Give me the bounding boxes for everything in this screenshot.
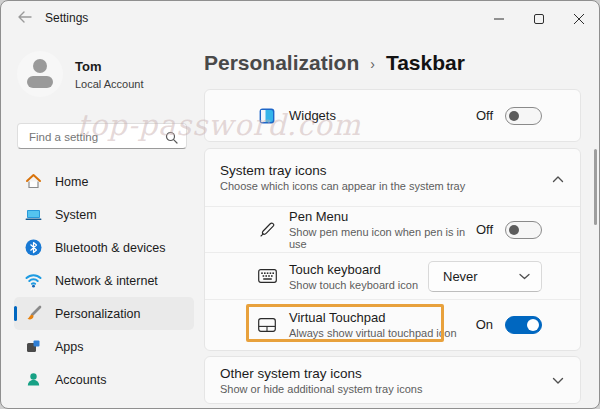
chevron-down-icon[interactable] [552, 371, 564, 389]
widgets-card: Widgets Off [204, 89, 581, 142]
sidebar-nav: Home System Bluetooth & devices [14, 165, 194, 396]
user-name: Tom [75, 59, 101, 74]
virtual-touchpad-toggle[interactable] [505, 316, 542, 334]
other-tray-card: Other system tray icons Show or hide add… [204, 356, 581, 404]
titlebar: Settings [1, 1, 599, 37]
home-icon [25, 173, 42, 190]
avatar[interactable] [17, 51, 63, 97]
touchpad-icon [257, 318, 277, 332]
chevron-down-icon [519, 273, 530, 280]
touch-keyboard-dropdown[interactable]: Never [428, 261, 542, 292]
other-tray-header-row[interactable]: Other system tray icons Show or hide add… [205, 357, 580, 403]
sidebar-item-home[interactable]: Home [14, 165, 194, 198]
pen-menu-title: Pen Menu [289, 209, 476, 224]
other-tray-title: Other system tray icons [220, 366, 422, 381]
minimize-icon[interactable] [479, 1, 519, 37]
apps-icon [25, 338, 42, 355]
sidebar-item-personalization[interactable]: Personalization [14, 297, 194, 330]
network-icon [25, 272, 42, 289]
back-icon[interactable] [15, 10, 35, 28]
user-account-type: Local Account [75, 78, 144, 90]
system-tray-subtitle: Choose which icons can appear in the sys… [220, 180, 465, 192]
widgets-label: Widgets [289, 108, 336, 123]
pen-menu-subtitle: Show pen menu icon when pen is in use [289, 226, 476, 250]
virtual-touchpad-subtitle: Always show virtual touchpad icon [289, 327, 457, 339]
bluetooth-icon [25, 239, 42, 256]
system-tray-card: System tray icons Choose which icons can… [204, 148, 581, 351]
virtual-touchpad-state-label: On [476, 317, 493, 332]
touch-keyboard-row[interactable]: Touch keyboard Show touch keyboard icon … [205, 252, 580, 299]
window-controls [479, 1, 599, 37]
system-tray-header-row[interactable]: System tray icons Choose which icons can… [205, 149, 580, 206]
sidebar-item-label: Home [55, 175, 88, 189]
search-box[interactable] [17, 123, 187, 149]
widgets-row[interactable]: Widgets Off [205, 90, 580, 141]
keyboard-icon [257, 269, 277, 283]
page-title: Taskbar [386, 51, 465, 75]
selection-accent-bar [14, 306, 17, 321]
sidebar-item-label: Apps [55, 340, 84, 354]
scrollbar-thumb[interactable] [594, 149, 597, 225]
system-tray-title: System tray icons [220, 163, 465, 178]
touch-keyboard-subtitle: Show touch keyboard icon [289, 279, 418, 291]
maximize-icon[interactable] [519, 1, 559, 37]
pen-menu-row[interactable]: Pen Menu Show pen menu icon when pen is … [205, 206, 580, 252]
settings-window: Settings Tom Local Account [0, 0, 600, 409]
pen-menu-state-label: Off [476, 222, 493, 237]
sidebar-item-system[interactable]: System [14, 198, 194, 231]
sidebar-item-bluetooth[interactable]: Bluetooth & devices [14, 231, 194, 264]
chevron-up-icon[interactable] [552, 169, 564, 187]
personalization-icon [25, 305, 42, 322]
other-tray-subtitle: Show or hide additional system tray icon… [220, 383, 422, 395]
virtual-touchpad-row[interactable]: Virtual Touchpad Always show virtual tou… [205, 299, 580, 349]
search-icon [165, 130, 178, 148]
search-input[interactable] [27, 125, 169, 149]
accounts-icon [25, 371, 42, 388]
touch-keyboard-title: Touch keyboard [289, 262, 418, 277]
sidebar: Tom Local Account Home System [1, 37, 197, 408]
sidebar-item-apps[interactable]: Apps [14, 330, 194, 363]
sidebar-item-network[interactable]: Network & internet [14, 264, 194, 297]
breadcrumb: Personalization › Taskbar [204, 51, 465, 75]
widgets-toggle[interactable] [505, 107, 542, 125]
virtual-touchpad-title: Virtual Touchpad [289, 310, 457, 325]
breadcrumb-separator-icon: › [370, 56, 375, 72]
pen-menu-toggle[interactable] [505, 221, 542, 239]
sidebar-item-label: Bluetooth & devices [55, 241, 166, 255]
dropdown-selected-value: Never [443, 269, 478, 284]
pen-icon [257, 221, 277, 238]
sidebar-item-accounts[interactable]: Accounts [14, 363, 194, 396]
sidebar-item-label: Personalization [55, 307, 140, 321]
close-icon[interactable] [559, 1, 599, 37]
sidebar-item-label: Network & internet [55, 274, 158, 288]
sidebar-item-label: Accounts [55, 373, 106, 387]
widgets-state-label: Off [476, 108, 493, 123]
window-title: Settings [45, 11, 88, 25]
breadcrumb-parent[interactable]: Personalization [204, 51, 359, 75]
sidebar-item-label: System [55, 208, 97, 222]
widgets-icon [257, 108, 277, 124]
system-icon [25, 206, 42, 223]
